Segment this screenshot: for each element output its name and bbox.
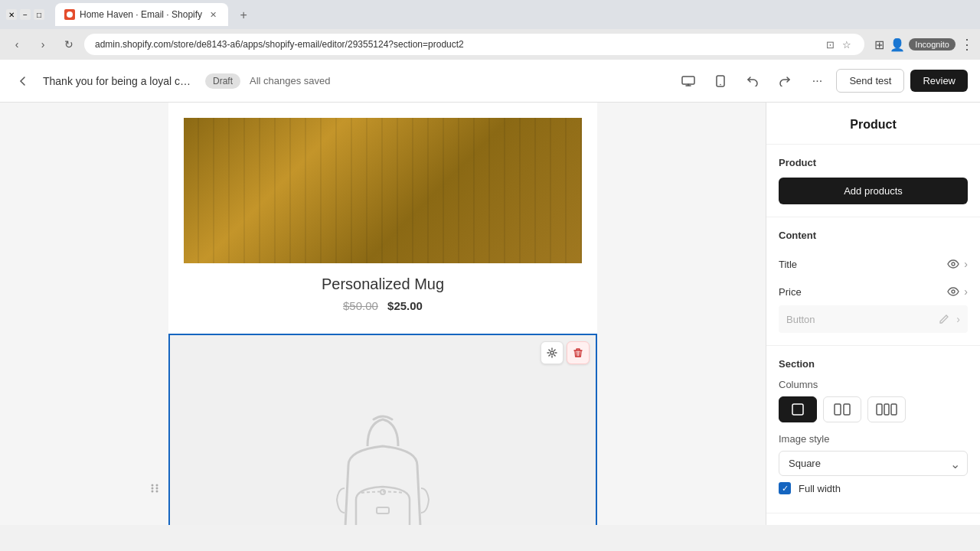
canvas-area: Personalized Mug $50.00 $25.00 [0,103,766,525]
email-preview: Personalized Mug $50.00 $25.00 [168,103,597,334]
columns-1-button[interactable] [779,396,817,422]
refresh-nav-button[interactable]: ↻ [58,34,80,55]
review-button[interactable]: Review [910,70,968,92]
product-card-top: Personalized Mug $50.00 $25.00 [168,103,597,334]
price-row-label: Price [779,286,802,298]
incognito-badge: Incognito [909,38,956,51]
right-panel: Product Product Add products Content Tit… [766,103,980,525]
title-content-row[interactable]: Title › [779,250,968,278]
button-row-label: Button [786,314,815,325]
url-text: admin.shopify.com/store/de8143-a6/apps/s… [95,39,464,50]
tab-title: Home Haven · Email · Shopify [80,9,202,20]
window-minimize-button[interactable]: − [20,9,31,20]
svg-rect-20 [891,404,897,415]
app-header: Thank you for being a loyal custome... D… [0,60,980,103]
content-section-label: Content [779,230,968,241]
send-test-button[interactable]: Send test [836,69,904,93]
svg-point-8 [156,487,158,490]
svg-point-4 [152,484,154,487]
window-maximize-button[interactable]: □ [34,9,44,20]
original-price: $50.00 [343,299,378,312]
browser-tab[interactable]: Home Haven · Email · Shopify ✕ [55,3,228,26]
svg-point-7 [156,484,158,487]
columns-3-button[interactable] [867,396,906,422]
bookmark-icon[interactable]: ☆ [840,37,854,51]
new-tab-button[interactable]: + [234,6,253,24]
title-row-arrow: › [964,258,968,270]
add-products-button[interactable]: Add products [779,178,968,204]
columns-options [779,396,968,422]
backpack-image-placeholder [170,335,596,525]
back-nav-button[interactable]: ‹ [6,34,28,55]
email-title: Thank you for being a loyal custome... [43,75,196,87]
section-label: Section [779,358,968,370]
price-visibility-icon[interactable] [946,284,961,299]
svg-point-5 [152,487,154,490]
button-edit-icon[interactable] [936,311,952,327]
title-row-label: Title [779,259,797,270]
saved-status: All changes saved [250,75,331,86]
product-top-image [184,118,582,263]
mobile-view-button[interactable] [707,68,733,94]
svg-point-13 [952,262,955,266]
svg-rect-17 [844,404,850,415]
svg-point-10 [550,351,554,354]
redo-button[interactable] [772,68,798,94]
columns-2-button[interactable] [823,396,861,422]
section-settings-button[interactable] [541,341,564,364]
button-content-row: Button › [779,305,968,333]
product-section-label: Product [779,157,968,168]
tab-close-button[interactable]: ✕ [207,8,219,21]
svg-rect-16 [835,404,841,415]
window-close-button[interactable]: ✕ [6,9,17,20]
profile-icon[interactable]: 👤 [890,37,904,51]
svg-rect-19 [884,404,889,415]
desktop-view-button[interactable] [675,68,701,94]
price-content-row[interactable]: Price › [779,278,968,305]
full-width-row: ✓ Full width [779,476,968,500]
undo-button[interactable] [740,68,766,94]
screen-cast-icon: ⊡ [823,37,837,51]
product-panel-section: Product Add products [766,145,980,217]
more-options-icon[interactable]: ⋮ [960,37,974,51]
forward-nav-button[interactable]: › [32,34,54,55]
panel-title: Product [850,118,896,131]
extensions-icon[interactable]: ⊞ [872,37,886,51]
selected-product-section [168,334,597,525]
product-price: $50.00 $25.00 [184,299,582,312]
product-name: Personalized Mug [184,276,582,293]
svg-rect-18 [877,404,882,415]
address-bar[interactable]: admin.shopify.com/store/de8143-a6/apps/s… [84,34,864,55]
svg-rect-15 [792,404,803,415]
alignment-panel-section: Alignment [766,514,980,525]
drag-handle[interactable] [145,479,164,497]
svg-point-14 [952,290,955,293]
image-style-select[interactable]: Square Circle Natural [779,451,968,476]
more-options-button[interactable]: ··· [804,68,830,94]
title-visibility-icon[interactable] [946,256,961,272]
svg-rect-12 [377,507,389,514]
section-config-panel: Section Columns Image style [766,346,980,514]
content-panel-section: Content Title › Price [766,217,980,346]
tab-favicon [64,9,75,20]
section-toolbar [541,341,590,364]
sale-price: $25.00 [387,299,423,312]
full-width-checkbox[interactable]: ✓ [779,482,791,494]
section-delete-button[interactable] [567,341,590,364]
columns-label: Columns [779,379,968,390]
full-width-label: Full width [799,483,841,494]
svg-point-6 [152,491,154,493]
svg-point-0 [67,11,73,18]
svg-point-3 [720,83,722,85]
draft-badge[interactable]: Draft [205,73,240,89]
svg-point-9 [156,491,158,493]
panel-header: Product [766,103,980,145]
back-button[interactable] [12,70,34,92]
button-row-arrow: › [956,313,960,325]
svg-rect-1 [682,77,694,84]
price-row-arrow: › [964,285,968,298]
image-style-label: Image style [779,433,968,445]
